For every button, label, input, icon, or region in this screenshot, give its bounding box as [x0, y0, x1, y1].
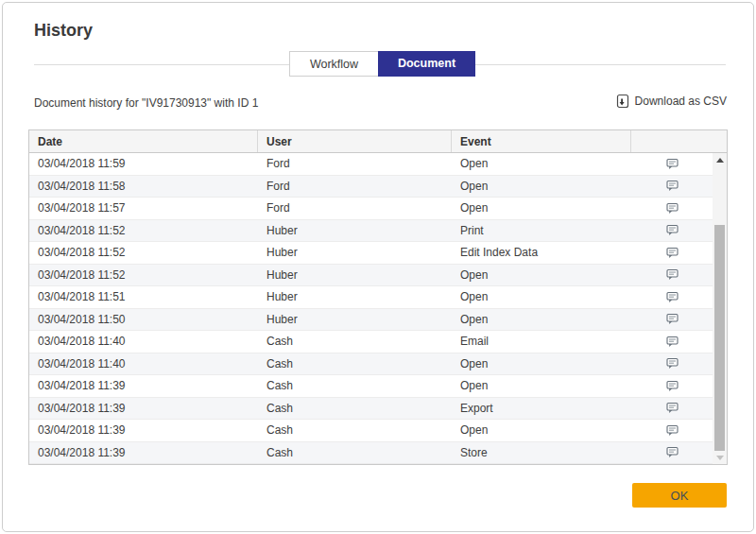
- comment-icon[interactable]: [666, 180, 679, 192]
- cell-date: 03/04/2018 11:40: [29, 335, 258, 348]
- cell-date: 03/04/2018 11:50: [29, 313, 258, 326]
- comment-icon[interactable]: [666, 336, 679, 348]
- triangle-up-icon: [716, 158, 724, 163]
- comment-icon[interactable]: [666, 202, 679, 215]
- cell-event: Open: [452, 379, 631, 392]
- table-row: 03/04/2018 11:58 Ford Open: [29, 176, 727, 198]
- cell-event: Export: [452, 402, 631, 415]
- cell-event: Edit Index Data: [452, 246, 631, 259]
- cell-event: Store: [452, 446, 631, 459]
- comment-icon[interactable]: [666, 380, 679, 392]
- tab-workflow-label: Workflow: [310, 58, 358, 71]
- page-title: History: [34, 21, 93, 41]
- download-as-csv-link[interactable]: Download as CSV: [616, 94, 727, 109]
- document-history-summary: Document history for "IV91730913" with I…: [34, 96, 258, 110]
- download-icon: [616, 94, 629, 109]
- table-row: 03/04/2018 11:40 Cash Email: [29, 331, 727, 353]
- cell-user: Cash: [258, 446, 452, 459]
- cell-user: Cash: [258, 423, 452, 437]
- table-row: 03/04/2018 11:59 Ford Open: [29, 153, 727, 176]
- cell-date: 03/04/2018 11:39: [29, 423, 258, 437]
- comment-icon[interactable]: [666, 158, 679, 170]
- cell-actions: [631, 380, 713, 392]
- cell-date: 03/04/2018 11:39: [29, 379, 258, 392]
- cell-user: Ford: [258, 180, 452, 193]
- cell-actions: [631, 357, 713, 370]
- cell-event: Open: [452, 423, 631, 437]
- cell-actions: [631, 446, 713, 458]
- cell-date: 03/04/2018 11:39: [29, 402, 258, 415]
- comment-icon[interactable]: [666, 291, 679, 303]
- triangle-down-icon: [716, 456, 724, 460]
- history-table: Date User Event 03/04/2018 11:59 Ford Op…: [28, 129, 728, 465]
- table-row: 03/04/2018 11:51 Huber Open: [29, 286, 727, 309]
- cell-user: Huber: [258, 313, 452, 326]
- scrollbar: [713, 153, 727, 464]
- cell-date: 03/04/2018 11:39: [29, 446, 258, 459]
- column-header-user: User: [258, 130, 452, 152]
- table-row: 03/04/2018 11:39 Cash Export: [29, 398, 727, 421]
- cell-user: Cash: [258, 335, 452, 348]
- scroll-down-button[interactable]: [713, 451, 727, 464]
- comment-icon[interactable]: [666, 446, 679, 458]
- scroll-up-button[interactable]: [713, 153, 727, 166]
- cell-user: Cash: [258, 402, 452, 415]
- cell-date: 03/04/2018 11:59: [29, 157, 258, 170]
- cell-date: 03/04/2018 11:52: [29, 268, 258, 282]
- cell-date: 03/04/2018 11:52: [29, 246, 258, 259]
- table-row: 03/04/2018 11:52 Huber Print: [29, 220, 727, 243]
- table-row: 03/04/2018 11:39 Cash Open: [29, 375, 727, 398]
- table-row: 03/04/2018 11:52 Huber Edit Index Data: [29, 242, 727, 265]
- comment-icon[interactable]: [666, 247, 679, 259]
- cell-event: Open: [452, 357, 631, 370]
- cell-user: Ford: [258, 201, 452, 215]
- cell-user: Huber: [258, 246, 452, 259]
- cell-event: Email: [452, 335, 631, 348]
- table-row: 03/04/2018 11:57 Ford Open: [29, 198, 727, 220]
- comment-icon[interactable]: [666, 313, 679, 325]
- table-row: 03/04/2018 11:39 Cash Store: [29, 442, 727, 465]
- table-row: 03/04/2018 11:52 Huber Open: [29, 265, 727, 287]
- cell-event: Open: [452, 201, 631, 215]
- cell-date: 03/04/2018 11:57: [29, 201, 258, 215]
- cell-user: Huber: [258, 290, 452, 303]
- cell-actions: [631, 268, 713, 281]
- cell-actions: [631, 313, 713, 325]
- comment-icon[interactable]: [666, 224, 679, 236]
- tab-document-label: Document: [398, 57, 455, 70]
- table-header-row: Date User Event: [29, 130, 727, 153]
- cell-event: Print: [452, 224, 631, 237]
- comment-icon[interactable]: [666, 402, 679, 414]
- table-row: 03/04/2018 11:50 Huber Open: [29, 309, 727, 332]
- column-header-event: Event: [452, 130, 631, 152]
- tab-document[interactable]: Document: [378, 51, 475, 77]
- table-row: 03/04/2018 11:40 Cash Open: [29, 353, 727, 376]
- cell-date: 03/04/2018 11:52: [29, 224, 258, 237]
- cell-event: Open: [452, 157, 631, 170]
- cell-actions: [631, 247, 713, 259]
- comment-icon[interactable]: [666, 357, 679, 370]
- ok-button[interactable]: OK: [632, 483, 727, 508]
- cell-actions: [631, 402, 713, 414]
- cell-actions: [631, 224, 713, 236]
- column-header-date: Date: [29, 130, 258, 152]
- cell-actions: [631, 180, 713, 192]
- scrollbar-thumb[interactable]: [714, 225, 725, 451]
- cell-date: 03/04/2018 11:51: [29, 290, 258, 303]
- cell-actions: [631, 424, 713, 437]
- cell-event: Open: [452, 313, 631, 326]
- cell-date: 03/04/2018 11:40: [29, 357, 258, 370]
- cell-actions: [631, 291, 713, 303]
- comment-icon[interactable]: [666, 268, 679, 281]
- table-body: 03/04/2018 11:59 Ford Open 03/04/2018 11…: [29, 153, 727, 464]
- history-dialog: History Workflow Document Document histo…: [2, 2, 754, 532]
- cell-actions: [631, 202, 713, 215]
- cell-actions: [631, 158, 713, 170]
- cell-event: Open: [452, 290, 631, 303]
- cell-date: 03/04/2018 11:58: [29, 180, 258, 193]
- cell-user: Huber: [258, 224, 452, 237]
- column-header-actions: [631, 130, 727, 152]
- cell-user: Huber: [258, 268, 452, 282]
- tab-workflow[interactable]: Workflow: [289, 51, 379, 77]
- comment-icon[interactable]: [666, 424, 679, 437]
